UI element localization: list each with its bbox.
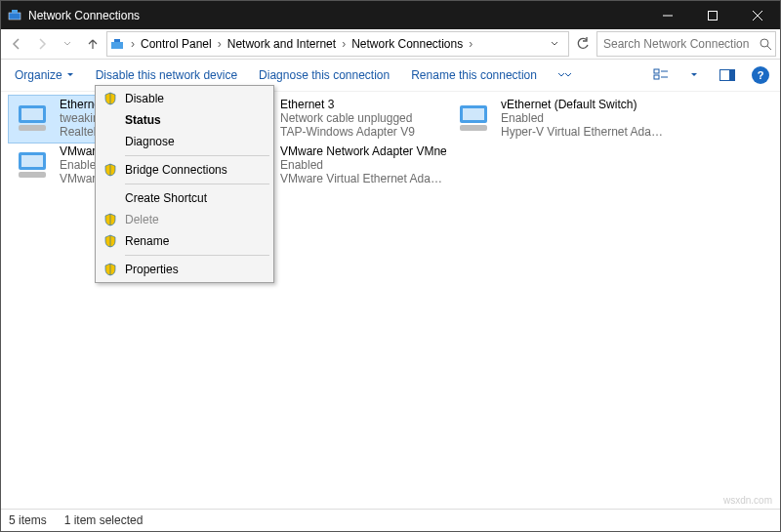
status-bar: 5 items 1 item selected xyxy=(1,509,780,531)
location-icon xyxy=(109,36,125,52)
maximize-button[interactable] xyxy=(690,1,735,29)
window: Network Connections › Control Panel › Ne… xyxy=(0,0,781,532)
svg-rect-1 xyxy=(12,10,18,13)
svg-rect-0 xyxy=(9,13,21,20)
menu-separator xyxy=(125,155,269,156)
chevron-right-icon[interactable]: › xyxy=(129,37,137,51)
adapter-name: VMware Network Adapter VMnet8 xyxy=(280,144,446,158)
breadcrumb[interactable]: › Control Panel › Network and Internet ›… xyxy=(106,31,569,57)
help-button[interactable]: ? xyxy=(749,63,772,87)
search-input[interactable] xyxy=(597,37,756,51)
breadcrumb-item[interactable]: Network Connections xyxy=(348,33,467,55)
disable-device-button[interactable]: Disable this network device xyxy=(90,63,243,87)
svg-rect-27 xyxy=(21,155,43,167)
search-icon[interactable] xyxy=(756,38,775,51)
window-title: Network Connections xyxy=(28,9,140,22)
svg-rect-25 xyxy=(460,125,487,131)
adapter-status: Network cable unplugged xyxy=(280,111,415,125)
menu-rename[interactable]: Rename xyxy=(98,230,271,252)
chevron-right-icon[interactable]: › xyxy=(340,37,348,51)
refresh-button[interactable] xyxy=(571,32,595,56)
address-bar: › Control Panel › Network and Internet ›… xyxy=(1,29,780,60)
shield-icon xyxy=(103,262,118,277)
network-adapter-icon xyxy=(454,98,495,139)
svg-rect-18 xyxy=(19,125,46,131)
adapter-desc: TAP-Windows Adapter V9 xyxy=(280,125,415,139)
svg-line-9 xyxy=(767,46,771,50)
adapter-name: vEthernet (Default Switch) xyxy=(501,98,667,111)
svg-rect-11 xyxy=(654,75,659,79)
svg-rect-6 xyxy=(111,42,123,49)
more-toolbar-icon[interactable] xyxy=(553,63,576,87)
menu-status[interactable]: Status xyxy=(98,109,271,131)
network-adapter-icon xyxy=(13,98,54,139)
menu-diagnose[interactable]: Diagnose xyxy=(98,131,271,152)
svg-rect-17 xyxy=(21,108,43,120)
network-adapter-icon xyxy=(13,144,54,185)
breadcrumb-item[interactable]: Network and Internet xyxy=(224,33,340,55)
svg-rect-15 xyxy=(729,70,735,81)
context-menu: Disable Status Diagnose Bridge Connectio… xyxy=(95,85,274,283)
forward-button[interactable] xyxy=(30,32,54,56)
menu-create-shortcut[interactable]: Create Shortcut xyxy=(98,187,271,209)
diagnose-button[interactable]: Diagnose this connection xyxy=(253,63,395,87)
svg-rect-7 xyxy=(114,39,120,42)
menu-disable[interactable]: Disable xyxy=(98,88,271,109)
adapter-status: Enabled xyxy=(501,111,667,125)
menu-delete[interactable]: Delete xyxy=(98,209,271,230)
svg-rect-3 xyxy=(709,11,718,20)
chevron-right-icon[interactable]: › xyxy=(216,37,224,51)
app-icon xyxy=(7,8,22,23)
preview-pane-icon[interactable] xyxy=(716,63,739,87)
back-button[interactable] xyxy=(5,32,28,56)
svg-rect-10 xyxy=(654,69,659,73)
organize-button[interactable]: Organize xyxy=(9,63,80,87)
close-button[interactable] xyxy=(735,1,780,29)
view-dropdown-icon[interactable] xyxy=(682,63,706,87)
shield-icon xyxy=(103,91,118,106)
rename-button[interactable]: Rename this connection xyxy=(405,63,543,87)
search-box[interactable] xyxy=(596,31,776,57)
shield-icon xyxy=(103,212,118,227)
address-dropdown[interactable] xyxy=(543,32,566,56)
menu-bridge[interactable]: Bridge Connections xyxy=(98,159,271,181)
adapter-status: Enabled xyxy=(280,158,446,172)
adapter-item[interactable]: vEthernet (Default Switch) Enabled Hyper… xyxy=(450,96,671,143)
titlebar: Network Connections xyxy=(1,1,780,29)
recent-dropdown[interactable] xyxy=(56,32,79,56)
watermark: wsxdn.com xyxy=(723,495,772,506)
adapter-name: Ethernet 3 xyxy=(280,98,415,111)
shield-icon xyxy=(103,162,118,178)
breadcrumb-item[interactable]: Control Panel xyxy=(137,33,216,55)
menu-properties[interactable]: Properties xyxy=(98,259,271,280)
chevron-right-icon[interactable]: › xyxy=(467,37,474,51)
shield-icon xyxy=(103,233,118,249)
menu-separator xyxy=(125,184,269,184)
view-options-icon[interactable] xyxy=(649,63,673,87)
up-button[interactable] xyxy=(81,32,104,56)
svg-rect-24 xyxy=(463,108,484,120)
status-selection: 1 item selected xyxy=(64,513,144,527)
minimize-button[interactable] xyxy=(645,1,690,29)
status-item-count: 5 items xyxy=(9,513,47,527)
menu-separator xyxy=(125,255,269,256)
svg-point-8 xyxy=(760,39,768,47)
svg-rect-28 xyxy=(19,172,46,178)
adapter-desc: Hyper-V Virtual Ethernet Adapter xyxy=(501,125,667,139)
adapter-desc: VMware Virtual Ethernet Adapter ... xyxy=(280,172,446,185)
